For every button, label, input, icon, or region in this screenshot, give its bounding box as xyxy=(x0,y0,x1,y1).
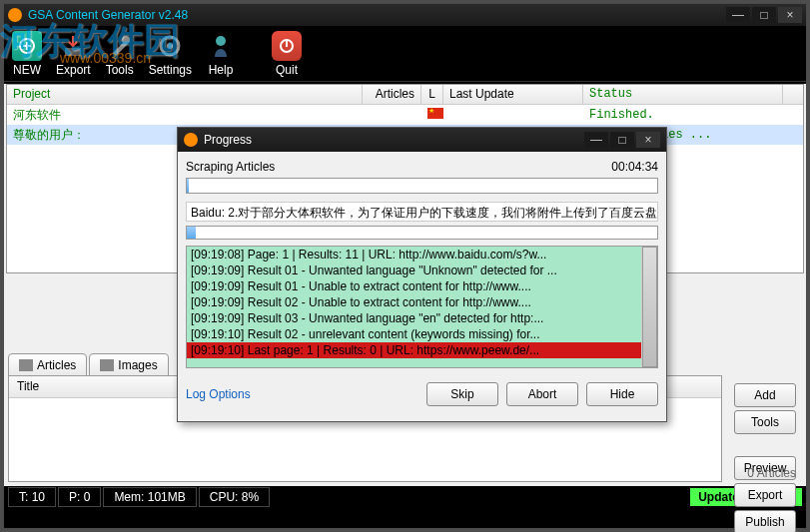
document-icon xyxy=(19,359,33,371)
articles-count: 0 Articles xyxy=(747,466,796,480)
log-panel[interactable]: [09:19:08] Page: 1 | Results: 11 | URL: … xyxy=(186,246,658,368)
col-title[interactable]: Title xyxy=(17,379,39,393)
quit-label: Quit xyxy=(276,63,298,77)
dialog-maximize-button[interactable]: □ xyxy=(610,132,634,148)
export-label: Export xyxy=(56,63,91,77)
image-icon xyxy=(100,359,114,371)
log-line: [09:19:09] Result 01 - Unable to extract… xyxy=(187,278,657,294)
progress-dialog: Progress — □ × Scraping Articles 00:04:3… xyxy=(177,127,667,422)
elapsed-time: 00:04:34 xyxy=(611,160,658,174)
col-lang[interactable]: L xyxy=(421,85,443,104)
title-bar: GSA Content Generator v2.48 — □ × xyxy=(4,4,806,26)
cell-articles xyxy=(363,113,421,117)
settings-button[interactable]: Settings xyxy=(149,31,192,77)
tab-articles[interactable]: Articles xyxy=(8,353,87,377)
cell-lang xyxy=(421,106,443,124)
item-progress-bar xyxy=(186,226,658,240)
cell-status: Finished. xyxy=(583,106,783,124)
settings-label: Settings xyxy=(149,63,192,77)
help-button[interactable]: Help xyxy=(206,31,236,77)
svg-point-2 xyxy=(122,36,130,44)
task-label: Scraping Articles xyxy=(186,160,275,174)
tools-button[interactable]: Tools xyxy=(105,31,135,77)
publish-button[interactable]: Publish xyxy=(734,510,796,532)
status-text: Baidu: 2.对于部分大体积软件，为了保证用户的下载速度，我们将附件上传到了… xyxy=(186,202,658,222)
col-articles[interactable]: Articles xyxy=(363,85,421,104)
log-line: [09:19:09] Result 02 - Unable to extract… xyxy=(187,294,657,310)
projects-header: Project Articles L Last Update Status xyxy=(7,85,803,105)
log-line: [09:19:08] Page: 1 | Results: 11 | URL: … xyxy=(187,247,657,263)
status-processes: P: 0 xyxy=(58,487,101,507)
col-lastupdate[interactable]: Last Update xyxy=(443,85,583,104)
tools-label: Tools xyxy=(106,63,134,77)
status-memory: Mem: 101MB xyxy=(103,487,196,507)
tab-images[interactable]: Images xyxy=(89,353,168,377)
log-line: [09:19:09] Result 03 - Unwanted language… xyxy=(187,310,657,326)
close-button[interactable]: × xyxy=(778,7,802,23)
window-title: GSA Content Generator v2.48 xyxy=(28,8,726,22)
dialog-minimize-button[interactable]: — xyxy=(584,132,608,148)
dialog-title: Progress xyxy=(204,133,584,147)
col-project[interactable]: Project xyxy=(7,85,363,104)
skip-button[interactable]: Skip xyxy=(426,382,498,406)
dialog-close-button[interactable]: × xyxy=(636,132,660,148)
log-scrollbar[interactable] xyxy=(641,247,657,367)
col-status[interactable]: Status xyxy=(583,85,783,104)
dialog-icon xyxy=(184,133,198,147)
log-line: [09:19:10] Result 02 - unrelevant conten… xyxy=(187,326,657,342)
side-buttons: Add Tools Preview Export Publish xyxy=(734,383,796,532)
svg-point-5 xyxy=(216,36,226,46)
tools-side-button[interactable]: Tools xyxy=(734,410,796,434)
status-bar: T: 10 P: 0 Mem: 101MB CPU: 8% Update Ava… xyxy=(4,486,806,508)
help-label: Help xyxy=(209,63,234,77)
log-line: [09:19:09] Result 01 - Unwanted language… xyxy=(187,263,657,278)
svg-point-4 xyxy=(167,43,173,49)
minimize-button[interactable]: — xyxy=(726,7,750,23)
app-icon xyxy=(8,8,22,22)
overall-progress-bar xyxy=(186,178,658,194)
flag-cn-icon xyxy=(427,108,443,119)
abort-button[interactable]: Abort xyxy=(506,382,578,406)
status-cpu: CPU: 8% xyxy=(199,487,270,507)
add-button[interactable]: Add xyxy=(734,383,796,407)
dialog-title-bar: Progress — □ × xyxy=(178,128,666,152)
table-row[interactable]: 河东软件 Finished. xyxy=(7,105,803,125)
cell-project: 河东软件 xyxy=(7,105,363,126)
status-threads: T: 10 xyxy=(8,487,56,507)
tab-articles-label: Articles xyxy=(37,358,76,372)
tabs: Articles Images xyxy=(8,353,169,377)
export-button[interactable]: Export xyxy=(56,31,91,77)
toolbar: NEW Export Tools Settings Help Quit xyxy=(4,26,806,82)
export-side-button[interactable]: Export xyxy=(734,483,796,507)
quit-button[interactable]: Quit xyxy=(272,31,302,77)
svg-rect-1 xyxy=(65,48,81,56)
new-button[interactable]: NEW xyxy=(12,31,42,77)
tab-images-label: Images xyxy=(118,358,157,372)
hide-button[interactable]: Hide xyxy=(586,382,658,406)
new-label: NEW xyxy=(13,63,41,77)
log-options-link[interactable]: Log Options xyxy=(186,387,251,401)
log-line: [09:19:10] Last page: 1 | Results: 0 | U… xyxy=(187,342,657,358)
maximize-button[interactable]: □ xyxy=(752,7,776,23)
cell-lastupdate xyxy=(443,113,583,117)
